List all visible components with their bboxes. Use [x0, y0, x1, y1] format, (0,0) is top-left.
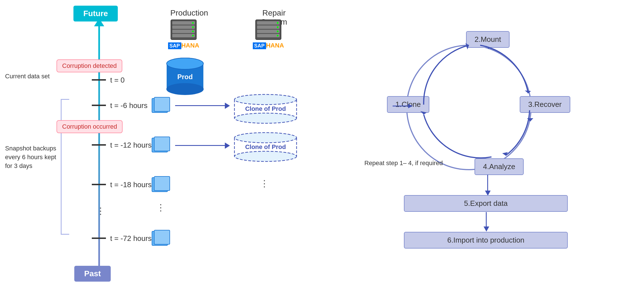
- diagram-container: Current data set Snapshot backups every …: [0, 0, 644, 300]
- snapshot-bracket: [61, 99, 69, 235]
- timeline-dots: ⋮: [96, 206, 105, 215]
- svg-point-6: [192, 26, 194, 28]
- tick-label-t12: t = -12 hours: [110, 141, 152, 150]
- clone-dots: ⋮: [260, 178, 269, 189]
- svg-rect-3: [172, 30, 195, 33]
- svg-rect-30: [154, 230, 170, 244]
- svg-rect-16: [257, 25, 280, 29]
- svg-rect-2: [172, 25, 195, 29]
- snapshot-label: Snapshot backups every 6 hours kept for …: [5, 144, 62, 170]
- svg-rect-24: [154, 97, 170, 111]
- snapshot-dots: ⋮: [156, 202, 165, 213]
- tick-label-t6: t = -6 hours: [110, 101, 147, 110]
- svg-point-11: [167, 83, 203, 95]
- past-box: Past: [74, 266, 111, 282]
- svg-point-34: [234, 113, 297, 123]
- corruption-detected-box: Corruption detected: [56, 59, 122, 72]
- svg-rect-26: [154, 137, 170, 151]
- svg-point-31: [234, 94, 297, 105]
- current-dataset-label: Current data set: [5, 72, 50, 81]
- svg-point-20: [277, 26, 279, 28]
- svg-point-21: [277, 31, 279, 32]
- svg-rect-15: [257, 21, 280, 25]
- svg-marker-55: [408, 104, 412, 108]
- svg-point-39: [234, 151, 297, 161]
- svg-marker-51: [525, 90, 531, 93]
- step6-box: 6.Import into production: [404, 232, 568, 249]
- svg-point-22: [277, 35, 279, 36]
- svg-point-8: [192, 35, 194, 36]
- svg-point-19: [277, 22, 279, 24]
- tick-t6: [92, 105, 106, 106]
- prod-cylinder: Prod: [164, 57, 206, 97]
- svg-rect-4: [172, 34, 195, 37]
- svg-text:Clone of Prod: Clone of Prod: [245, 105, 286, 112]
- snapshot-icon-t6: [150, 96, 172, 117]
- svg-text:Clone of Prod: Clone of Prod: [245, 143, 286, 150]
- clone-cylinder-1: Clone of Prod: [232, 93, 299, 126]
- snapshot-icon-t72: [150, 229, 172, 250]
- tick-t12: [92, 144, 106, 146]
- svg-marker-53: [420, 111, 427, 115]
- svg-rect-17: [257, 30, 280, 33]
- tick-t0: [92, 79, 106, 81]
- clone-cylinder-2: Clone of Prod: [232, 131, 299, 164]
- tick-label-t18: t = -18 hours: [110, 180, 152, 189]
- production-server-icon: [168, 18, 199, 44]
- svg-rect-1: [172, 21, 195, 25]
- tick-label-t72: t = -72 hours: [110, 234, 152, 243]
- snapshot-icon-t18: [150, 175, 172, 196]
- production-title: Production: [167, 8, 212, 18]
- repair-sap-logo: SAPHANA: [249, 42, 288, 49]
- svg-point-5: [192, 22, 194, 24]
- arrow-t12-to-clone2: [175, 145, 226, 146]
- tick-t18: [92, 184, 106, 185]
- svg-rect-18: [257, 34, 280, 37]
- svg-text:Prod: Prod: [177, 73, 193, 81]
- svg-point-7: [192, 31, 194, 32]
- future-box: Future: [73, 6, 118, 21]
- tick-label-t0: t = 0: [110, 76, 125, 85]
- arrow-5-to-6: [486, 212, 487, 228]
- svg-rect-28: [154, 176, 170, 191]
- corruption-occurred-box: Corruption occurred: [56, 120, 123, 133]
- steps-arrows-overlay: [376, 17, 573, 204]
- snapshot-icon-t12: [150, 136, 172, 157]
- svg-point-12: [167, 58, 203, 69]
- arrow-t6-to-clone1: [175, 105, 226, 106]
- repair-server-icon: [253, 18, 284, 44]
- tick-t72: [92, 238, 106, 239]
- svg-point-36: [234, 133, 297, 143]
- production-sap-logo: SAPHANA: [164, 42, 203, 49]
